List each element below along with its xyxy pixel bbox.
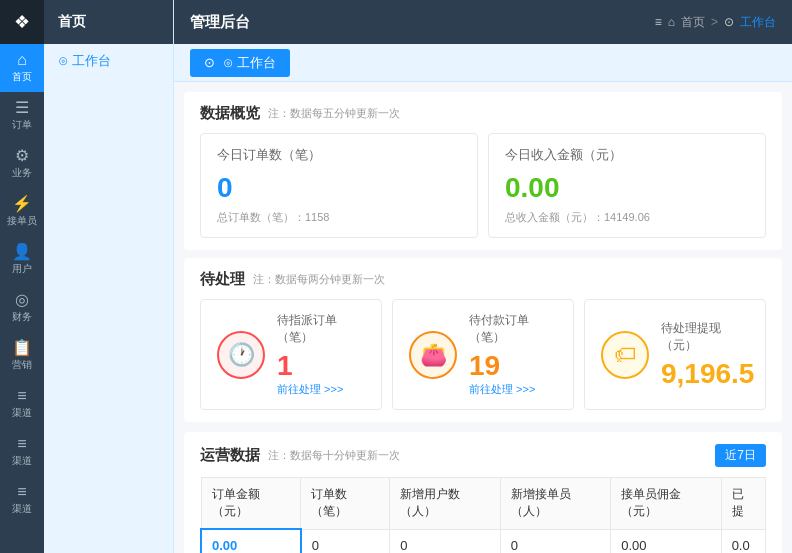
pending-payment-info: 待付款订单（笔） 19 前往处理 >>> xyxy=(469,312,557,397)
ops-header-right: 近7日 xyxy=(715,444,766,467)
sidebar-item-channel1[interactable]: ≡ 渠道 xyxy=(0,380,44,428)
pending-payment-value: 19 xyxy=(469,350,557,382)
col-new-users: 新增用户数（人） xyxy=(390,478,500,530)
sidebar-item-agents[interactable]: ⚡ 接单员 xyxy=(0,188,44,236)
content-area: 数据概览 注：数据每五分钟更新一次 今日订单数（笔） 0 总订单数（笔）：115… xyxy=(174,82,792,553)
pending-dispatch-label: 待指派订单（笔） xyxy=(277,312,365,346)
sidebar-item-users[interactable]: 👤 用户 xyxy=(0,236,44,284)
ops-note: 注：数据每十分钟更新一次 xyxy=(268,448,400,463)
today-orders-title: 今日订单数（笔） xyxy=(217,146,461,164)
breadcrumb-icon1: ≡ xyxy=(655,15,662,29)
sidebar-label-channel2: 渠道 xyxy=(12,454,32,468)
col-agent-commission: 接单员佣金（元） xyxy=(611,478,721,530)
col-new-agents: 新增接单员（人） xyxy=(500,478,610,530)
today-revenue-sub: 总收入金额（元）：14149.06 xyxy=(505,210,749,225)
workbench-nav-button[interactable]: ⊙ ⊙ 工作台 xyxy=(190,49,290,77)
pending-header: 待处理 注：数据每两分钟更新一次 xyxy=(200,270,766,289)
pending-dispatch-link[interactable]: 前往处理 >>> xyxy=(277,382,365,397)
sidebar-label-agents: 接单员 xyxy=(7,214,37,228)
ops-section: 运营数据 注：数据每十分钟更新一次 近7日 订单金额（元） 订单数（笔） 新增用… xyxy=(184,432,782,553)
business-icon: ⚙ xyxy=(15,148,29,164)
sidebar-label-marketing: 营销 xyxy=(12,358,32,372)
sidebar-item-marketing[interactable]: 📋 营销 xyxy=(0,332,44,380)
today-orders-card: 今日订单数（笔） 0 总订单数（笔）：1158 xyxy=(200,133,478,238)
logo-icon: ❖ xyxy=(14,11,30,33)
pending-dispatch-icon: 🕐 xyxy=(217,331,265,379)
sidebar-item-channel3[interactable]: ≡ 渠道 xyxy=(0,476,44,524)
sidebar-label-channel3: 渠道 xyxy=(12,502,32,516)
pending-section: 待处理 注：数据每两分钟更新一次 🕐 待指派订单（笔） 1 前往处理 >>> 👛… xyxy=(184,258,782,422)
pending-payment-label: 待付款订单（笔） xyxy=(469,312,557,346)
orders-icon: ☰ xyxy=(15,100,29,116)
breadcrumb-home[interactable]: 首页 xyxy=(681,14,705,31)
cell-order-amount: 0.00 xyxy=(201,529,301,553)
sidebar-item-finance[interactable]: ◎ 财务 xyxy=(0,284,44,332)
pending-payment-card: 👛 待付款订单（笔） 19 前往处理 >>> xyxy=(392,299,574,410)
secondary-nav: ⊙ ⊙ 工作台 xyxy=(174,44,792,82)
left-nav: 首页 ⊙ 工作台 xyxy=(44,0,174,553)
sidebar-label-channel1: 渠道 xyxy=(12,406,32,420)
cell-new-agents: 0 xyxy=(500,529,610,553)
marketing-icon: 📋 xyxy=(12,340,32,356)
breadcrumb-workbench-icon: ⊙ xyxy=(724,15,734,29)
data-overview-title: 数据概览 xyxy=(200,104,260,123)
pending-withdrawal-info: 待处理提现（元） 9,196.5 xyxy=(661,320,754,390)
sidebar-item-home[interactable]: ⌂ 首页 xyxy=(0,44,44,92)
ops-header: 运营数据 注：数据每十分钟更新一次 近7日 xyxy=(200,444,766,467)
pending-withdrawal-label: 待处理提现（元） xyxy=(661,320,754,354)
workbench-nav-icon: ⊙ xyxy=(204,55,215,70)
left-nav-item-workbench[interactable]: ⊙ 工作台 xyxy=(44,44,173,78)
finance-icon: ◎ xyxy=(15,292,29,308)
top-bar: 管理后台 ≡ ⌂ 首页 > ⊙ 工作台 xyxy=(174,0,792,44)
today-revenue-title: 今日收入金额（元） xyxy=(505,146,749,164)
today-orders-sub: 总订单数（笔）：1158 xyxy=(217,210,461,225)
users-icon: 👤 xyxy=(12,244,32,260)
channel2-icon: ≡ xyxy=(17,436,26,452)
cell-agent-commission: 0.00 xyxy=(611,529,721,553)
breadcrumb-sep1: > xyxy=(711,15,718,29)
ops-title: 运营数据 xyxy=(200,446,260,465)
sidebar-item-business[interactable]: ⚙ 业务 xyxy=(0,140,44,188)
sidebar-label-finance: 财务 xyxy=(12,310,32,324)
app-logo: ❖ xyxy=(0,0,44,44)
left-nav-title: 首页 xyxy=(44,0,173,44)
pending-title: 待处理 xyxy=(200,270,245,289)
sidebar-item-channel2[interactable]: ≡ 渠道 xyxy=(0,428,44,476)
pending-payment-link[interactable]: 前往处理 >>> xyxy=(469,382,557,397)
app-title: 管理后台 xyxy=(190,13,250,32)
pending-cards: 🕐 待指派订单（笔） 1 前往处理 >>> 👛 待付款订单（笔） 19 前往处理… xyxy=(200,299,766,410)
breadcrumb: ≡ ⌂ 首页 > ⊙ 工作台 xyxy=(655,14,776,31)
ops-table: 订单金额（元） 订单数（笔） 新增用户数（人） 新增接单员（人） 接单员佣金（元… xyxy=(200,477,766,553)
pending-withdrawal-card: 🏷 待处理提现（元） 9,196.5 xyxy=(584,299,766,410)
sidebar-label-orders: 订单 xyxy=(12,118,32,132)
channel1-icon: ≡ xyxy=(17,388,26,404)
main-area: 管理后台 ≡ ⌂ 首页 > ⊙ 工作台 ⊙ ⊙ 工作台 数据概览 注：数据每五分… xyxy=(174,0,792,553)
today-orders-value: 0 xyxy=(217,172,461,204)
sidebar-label-users: 用户 xyxy=(12,262,32,276)
today-revenue-card: 今日收入金额（元） 0.00 总收入金额（元）：14149.06 xyxy=(488,133,766,238)
breadcrumb-workbench[interactable]: 工作台 xyxy=(740,14,776,31)
col-order-amount: 订单金额（元） xyxy=(201,478,301,530)
cell-new-users: 0 xyxy=(390,529,500,553)
home-icon: ⌂ xyxy=(17,52,27,68)
agents-icon: ⚡ xyxy=(12,196,32,212)
data-overview-header: 数据概览 注：数据每五分钟更新一次 xyxy=(200,104,766,123)
breadcrumb-home-icon: ⌂ xyxy=(668,15,675,29)
pending-dispatch-value: 1 xyxy=(277,350,365,382)
pending-note: 注：数据每两分钟更新一次 xyxy=(253,272,385,287)
ops-table-header-row: 订单金额（元） 订单数（笔） 新增用户数（人） 新增接单员（人） 接单员佣金（元… xyxy=(201,478,766,530)
data-cards: 今日订单数（笔） 0 总订单数（笔）：1158 今日收入金额（元） 0.00 总… xyxy=(200,133,766,238)
pending-dispatch-card: 🕐 待指派订单（笔） 1 前往处理 >>> xyxy=(200,299,382,410)
btn-7days[interactable]: 近7日 xyxy=(715,444,766,467)
col-withdrawn: 已提 xyxy=(721,478,765,530)
channel3-icon: ≡ xyxy=(17,484,26,500)
data-overview-section: 数据概览 注：数据每五分钟更新一次 今日订单数（笔） 0 总订单数（笔）：115… xyxy=(184,92,782,250)
pending-withdrawal-icon: 🏷 xyxy=(601,331,649,379)
pending-payment-icon: 👛 xyxy=(409,331,457,379)
sidebar: ❖ ⌂ 首页 ☰ 订单 ⚙ 业务 ⚡ 接单员 👤 用户 ◎ 财务 📋 营销 ≡ … xyxy=(0,0,44,553)
today-revenue-value: 0.00 xyxy=(505,172,749,204)
pending-withdrawal-value: 9,196.5 xyxy=(661,358,754,390)
pending-dispatch-info: 待指派订单（笔） 1 前往处理 >>> xyxy=(277,312,365,397)
sidebar-label-business: 业务 xyxy=(12,166,32,180)
sidebar-item-orders[interactable]: ☰ 订单 xyxy=(0,92,44,140)
